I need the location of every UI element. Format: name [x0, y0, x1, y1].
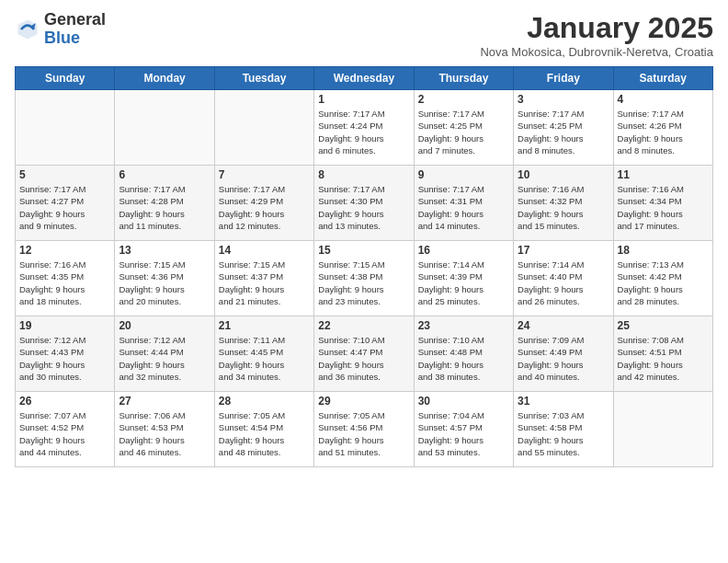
- day-info: Sunrise: 7:12 AM Sunset: 4:43 PM Dayligh…: [19, 334, 110, 383]
- calendar-cell: 1Sunrise: 7:17 AM Sunset: 4:24 PM Daylig…: [314, 90, 414, 166]
- day-info: Sunrise: 7:15 AM Sunset: 4:36 PM Dayligh…: [119, 259, 210, 307]
- day-number: 2: [418, 93, 509, 106]
- day-info: Sunrise: 7:17 AM Sunset: 4:25 PM Dayligh…: [418, 108, 509, 156]
- calendar-week: 12Sunrise: 7:16 AM Sunset: 4:35 PM Dayli…: [16, 241, 713, 316]
- day-number: 28: [219, 395, 310, 408]
- header: General Blue January 2025 Nova Mokosica,…: [15, 11, 713, 59]
- day-number: 4: [618, 93, 709, 106]
- calendar-cell: 13Sunrise: 7:15 AM Sunset: 4:36 PM Dayli…: [115, 241, 214, 316]
- day-header: Sunday: [16, 67, 115, 90]
- days-row: SundayMondayTuesdayWednesdayThursdayFrid…: [16, 67, 713, 90]
- page: General Blue January 2025 Nova Mokosica,…: [0, 0, 728, 563]
- calendar-cell: 14Sunrise: 7:15 AM Sunset: 4:37 PM Dayli…: [214, 241, 313, 316]
- calendar-cell: 31Sunrise: 7:03 AM Sunset: 4:58 PM Dayli…: [514, 392, 613, 467]
- calendar-cell: 9Sunrise: 7:17 AM Sunset: 4:31 PM Daylig…: [414, 166, 513, 241]
- day-number: 7: [219, 168, 310, 181]
- calendar-cell: 3Sunrise: 7:17 AM Sunset: 4:25 PM Daylig…: [514, 90, 613, 166]
- day-header: Tuesday: [214, 67, 313, 90]
- calendar-cell: 7Sunrise: 7:17 AM Sunset: 4:29 PM Daylig…: [214, 166, 313, 241]
- day-header: Wednesday: [314, 67, 414, 90]
- svg-marker-0: [18, 19, 38, 39]
- day-number: 25: [618, 319, 709, 332]
- calendar-cell: [214, 90, 313, 166]
- day-info: Sunrise: 7:17 AM Sunset: 4:25 PM Dayligh…: [518, 108, 609, 156]
- location: Nova Mokosica, Dubrovnik-Neretva, Croati…: [480, 45, 713, 59]
- day-header: Saturday: [613, 67, 712, 90]
- day-info: Sunrise: 7:08 AM Sunset: 4:51 PM Dayligh…: [618, 334, 709, 383]
- day-info: Sunrise: 7:17 AM Sunset: 4:31 PM Dayligh…: [418, 183, 509, 232]
- day-info: Sunrise: 7:16 AM Sunset: 4:34 PM Dayligh…: [618, 183, 709, 232]
- logo-general: General: [44, 10, 106, 29]
- calendar-header: SundayMondayTuesdayWednesdayThursdayFrid…: [16, 67, 713, 90]
- calendar-cell: 27Sunrise: 7:06 AM Sunset: 4:53 PM Dayli…: [115, 392, 214, 467]
- calendar-cell: 20Sunrise: 7:12 AM Sunset: 4:44 PM Dayli…: [115, 316, 214, 392]
- day-number: 23: [418, 319, 509, 332]
- day-number: 17: [518, 244, 609, 257]
- day-info: Sunrise: 7:17 AM Sunset: 4:26 PM Dayligh…: [618, 108, 709, 156]
- day-info: Sunrise: 7:16 AM Sunset: 4:32 PM Dayligh…: [518, 183, 609, 232]
- calendar-cell: 5Sunrise: 7:17 AM Sunset: 4:27 PM Daylig…: [16, 166, 115, 241]
- day-number: 9: [418, 168, 509, 181]
- title-area: January 2025 Nova Mokosica, Dubrovnik-Ne…: [480, 11, 713, 59]
- day-info: Sunrise: 7:10 AM Sunset: 4:47 PM Dayligh…: [318, 334, 409, 383]
- calendar-cell: 30Sunrise: 7:04 AM Sunset: 4:57 PM Dayli…: [414, 392, 513, 467]
- logo-blue: Blue: [44, 29, 80, 47]
- day-info: Sunrise: 7:17 AM Sunset: 4:30 PM Dayligh…: [318, 183, 409, 232]
- day-info: Sunrise: 7:14 AM Sunset: 4:39 PM Dayligh…: [418, 259, 509, 307]
- day-number: 22: [318, 319, 409, 332]
- calendar-cell: 23Sunrise: 7:10 AM Sunset: 4:48 PM Dayli…: [414, 316, 513, 392]
- day-info: Sunrise: 7:16 AM Sunset: 4:35 PM Dayligh…: [19, 259, 110, 307]
- calendar-cell: 16Sunrise: 7:14 AM Sunset: 4:39 PM Dayli…: [414, 241, 513, 316]
- day-number: 6: [119, 168, 210, 181]
- day-info: Sunrise: 7:07 AM Sunset: 4:52 PM Dayligh…: [19, 409, 110, 458]
- day-header: Monday: [115, 67, 214, 90]
- calendar-week: 1Sunrise: 7:17 AM Sunset: 4:24 PM Daylig…: [16, 90, 713, 166]
- calendar-body: 1Sunrise: 7:17 AM Sunset: 4:24 PM Daylig…: [16, 90, 713, 467]
- day-info: Sunrise: 7:17 AM Sunset: 4:24 PM Dayligh…: [318, 108, 409, 156]
- day-number: 11: [618, 168, 709, 181]
- day-info: Sunrise: 7:05 AM Sunset: 4:56 PM Dayligh…: [318, 409, 409, 458]
- day-info: Sunrise: 7:13 AM Sunset: 4:42 PM Dayligh…: [618, 259, 709, 307]
- calendar-cell: 22Sunrise: 7:10 AM Sunset: 4:47 PM Dayli…: [314, 316, 414, 392]
- calendar-cell: 17Sunrise: 7:14 AM Sunset: 4:40 PM Dayli…: [514, 241, 613, 316]
- calendar-cell: 2Sunrise: 7:17 AM Sunset: 4:25 PM Daylig…: [414, 90, 513, 166]
- day-number: 15: [318, 244, 409, 257]
- day-number: 29: [318, 395, 409, 408]
- calendar-cell: [16, 90, 115, 166]
- calendar-cell: 11Sunrise: 7:16 AM Sunset: 4:34 PM Dayli…: [613, 166, 712, 241]
- day-number: 3: [518, 93, 609, 106]
- day-number: 1: [318, 93, 409, 106]
- day-info: Sunrise: 7:17 AM Sunset: 4:29 PM Dayligh…: [219, 183, 310, 232]
- calendar-week: 26Sunrise: 7:07 AM Sunset: 4:52 PM Dayli…: [16, 392, 713, 467]
- day-info: Sunrise: 7:14 AM Sunset: 4:40 PM Dayligh…: [518, 259, 609, 307]
- calendar-week: 19Sunrise: 7:12 AM Sunset: 4:43 PM Dayli…: [16, 316, 713, 392]
- day-number: 20: [119, 319, 210, 332]
- calendar-week: 5Sunrise: 7:17 AM Sunset: 4:27 PM Daylig…: [16, 166, 713, 241]
- calendar-cell: [115, 90, 214, 166]
- calendar-cell: 18Sunrise: 7:13 AM Sunset: 4:42 PM Dayli…: [613, 241, 712, 316]
- calendar-cell: 21Sunrise: 7:11 AM Sunset: 4:45 PM Dayli…: [214, 316, 313, 392]
- day-info: Sunrise: 7:17 AM Sunset: 4:27 PM Dayligh…: [19, 183, 110, 232]
- calendar-cell: 26Sunrise: 7:07 AM Sunset: 4:52 PM Dayli…: [16, 392, 115, 467]
- day-number: 31: [518, 395, 609, 408]
- calendar-cell: 28Sunrise: 7:05 AM Sunset: 4:54 PM Dayli…: [214, 392, 313, 467]
- calendar-cell: 8Sunrise: 7:17 AM Sunset: 4:30 PM Daylig…: [314, 166, 414, 241]
- calendar-cell: 4Sunrise: 7:17 AM Sunset: 4:26 PM Daylig…: [613, 90, 712, 166]
- day-number: 16: [418, 244, 509, 257]
- day-number: 19: [19, 319, 110, 332]
- day-number: 27: [119, 395, 210, 408]
- day-number: 14: [219, 244, 310, 257]
- day-info: Sunrise: 7:09 AM Sunset: 4:49 PM Dayligh…: [518, 334, 609, 383]
- calendar-cell: 24Sunrise: 7:09 AM Sunset: 4:49 PM Dayli…: [514, 316, 613, 392]
- logo: General Blue: [15, 11, 106, 48]
- day-number: 5: [19, 168, 110, 181]
- day-info: Sunrise: 7:12 AM Sunset: 4:44 PM Dayligh…: [119, 334, 210, 383]
- day-number: 24: [518, 319, 609, 332]
- calendar-cell: 15Sunrise: 7:15 AM Sunset: 4:38 PM Dayli…: [314, 241, 414, 316]
- month-title: January 2025: [480, 11, 713, 45]
- day-header: Thursday: [414, 67, 513, 90]
- day-info: Sunrise: 7:06 AM Sunset: 4:53 PM Dayligh…: [119, 409, 210, 458]
- day-number: 30: [418, 395, 509, 408]
- day-info: Sunrise: 7:11 AM Sunset: 4:45 PM Dayligh…: [219, 334, 310, 383]
- calendar-cell: 19Sunrise: 7:12 AM Sunset: 4:43 PM Dayli…: [16, 316, 115, 392]
